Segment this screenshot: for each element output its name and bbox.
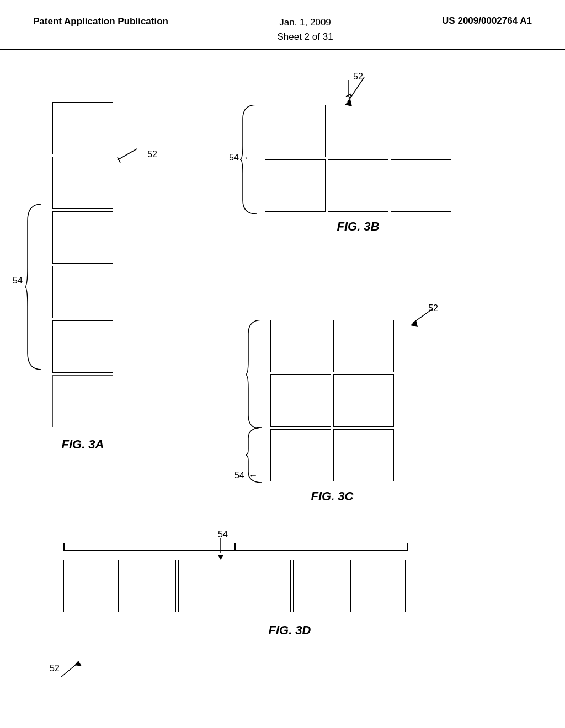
box-3d-1: [63, 560, 119, 612]
arrow-52-fig3b: [337, 74, 370, 108]
box-3b-4: [265, 159, 326, 212]
box-3c-6: [333, 429, 394, 481]
header-center: Jan. 1, 2009 Sheet 2 of 31: [277, 15, 333, 44]
fig3b-container: 52 54 ← FIG: [265, 105, 451, 234]
fig3d-caption: FIG. 3D: [174, 623, 406, 638]
ref-52-fig3c-group: 52: [408, 306, 438, 328]
box-3c-3: [270, 374, 331, 427]
svg-marker-10: [218, 555, 223, 560]
svg-line-0: [118, 149, 137, 160]
svg-line-11: [61, 663, 77, 677]
ref-54-fig3d-group: 54: [218, 529, 228, 539]
box-3b-3: [391, 105, 451, 157]
box-fig3a-3: [52, 211, 113, 264]
box-fig3a-5: [52, 320, 113, 373]
brace-54-fig3a: [25, 204, 47, 370]
main-content: 52 54 FIG. 3A 52: [0, 50, 565, 728]
box-3c-2: [333, 320, 394, 372]
box-3c-4: [333, 374, 394, 427]
fig3a-container: 52 54 FIG. 3A: [52, 102, 113, 452]
page-header: Patent Application Publication Jan. 1, 2…: [0, 0, 565, 50]
fig3c-grid: [270, 320, 394, 481]
fig3d-container: 54 52: [63, 560, 406, 638]
svg-marker-8: [411, 320, 418, 327]
box-fig3a-1: [52, 102, 113, 154]
label-54-fig3c: 54 ←: [234, 470, 258, 480]
ref-52-fig3a: 52: [118, 146, 157, 163]
box-3d-4: [236, 560, 291, 612]
brace-top-fig3c: [246, 320, 268, 429]
box-3b-2: [328, 105, 388, 157]
fig3a-boxes: [52, 102, 113, 430]
box-fig3a-2: [52, 157, 113, 209]
label-54-fig3b: 54 ←: [229, 153, 252, 163]
fig3c-caption: FIG. 3C: [270, 489, 394, 504]
box-3d-5: [293, 560, 348, 612]
svg-line-5: [348, 77, 364, 102]
box-3c-1: [270, 320, 331, 372]
box-3d-3: [178, 560, 233, 612]
fig3a-caption: FIG. 3A: [52, 437, 113, 452]
tick-right-fig3d: [407, 543, 408, 551]
fig3b-grid: [265, 105, 451, 212]
label-54-fig3a: 54: [13, 276, 23, 286]
tick-center-fig3d: [234, 543, 236, 551]
fig3b-caption: FIG. 3B: [265, 220, 451, 234]
tick-left-fig3d: [63, 543, 65, 551]
box-3d-2: [121, 560, 176, 612]
box-3c-5: [270, 429, 331, 481]
patent-number: US 2009/0002764 A1: [442, 15, 532, 26]
box-3d-6: [350, 560, 406, 612]
box-3b-5: [328, 159, 388, 212]
box-3b-6: [391, 159, 451, 212]
fig3c-container: 52 54 ← FIG. 3C: [270, 320, 394, 504]
box-3b-1: [265, 105, 326, 157]
box-fig3a-6: [52, 375, 113, 427]
box-fig3a-4: [52, 266, 113, 318]
fig3d-boxes: [63, 560, 406, 612]
sheet-label: Sheet 2 of 31: [277, 30, 333, 44]
date-label: Jan. 1, 2009: [277, 15, 333, 30]
ref-52-fig3d-group: 52: [50, 663, 60, 673]
publication-label: Patent Application Publication: [33, 15, 168, 28]
